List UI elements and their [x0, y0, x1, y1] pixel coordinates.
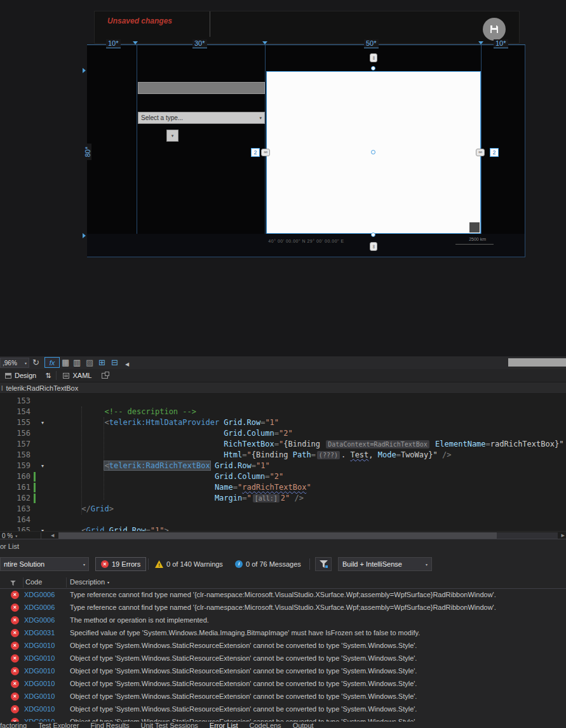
- error-row[interactable]: ×XDG0010Object of type 'System.Windows.S…: [0, 640, 566, 652]
- error-row[interactable]: ×XDG0031Specified value of type 'System.…: [0, 627, 566, 640]
- design-canvas[interactable]: Select a type... ▾ ▾ 2 2 ∞ ∞ ∞ ∞: [87, 45, 525, 257]
- artboard-background-icon[interactable]: ▨: [86, 357, 93, 368]
- gutter-line[interactable]: 157: [0, 439, 53, 450]
- code-line[interactable]: Margin="[all:]2" />: [54, 493, 563, 504]
- designed-textbox[interactable]: [138, 82, 265, 94]
- error-row[interactable]: ×XDG0010Object of type 'System.Windows.S…: [0, 703, 566, 716]
- column-separator[interactable]: [66, 577, 67, 588]
- grid-row-marker[interactable]: [83, 68, 86, 73]
- gutter-line[interactable]: 153: [0, 396, 53, 407]
- error-row[interactable]: ×XDG0010Object of type 'System.Windows.S…: [0, 691, 566, 703]
- editor-horizontal-scrollbar[interactable]: [58, 532, 558, 539]
- code-line[interactable]: </Grid>: [54, 504, 563, 515]
- grid-lines-icon[interactable]: ▥: [73, 357, 81, 368]
- grid-row-marker[interactable]: [83, 233, 86, 238]
- code-line[interactable]: RichTextBox="{Binding DataContext=RadRic…: [54, 439, 563, 450]
- panel-tab[interactable]: Find Results: [90, 722, 129, 728]
- designer-zoom-combo[interactable]: ,96% ▾: [0, 358, 29, 368]
- severity-column-icon[interactable]: [10, 579, 16, 587]
- panel-tab[interactable]: Test Explorer: [38, 722, 79, 728]
- panel-tab[interactable]: factoring: [0, 722, 27, 728]
- gutter-line[interactable]: 164: [0, 515, 53, 525]
- code-line[interactable]: [54, 396, 563, 407]
- gutter-line[interactable]: 155▾: [0, 417, 53, 428]
- gutter-line[interactable]: 159▾: [0, 461, 53, 471]
- gutter-line[interactable]: 160: [0, 471, 53, 482]
- code-line[interactable]: <telerik:RadRichTextBox Grid.Row="1": [54, 461, 563, 471]
- save-button[interactable]: [483, 18, 506, 41]
- fit-to-screen-icon[interactable]: ↻: [32, 357, 39, 368]
- margin-badge-right[interactable]: 2: [490, 148, 499, 157]
- scrollbar-thumb[interactable]: [58, 532, 497, 539]
- gutter-line[interactable]: 162: [0, 493, 53, 504]
- tab-design[interactable]: Design: [0, 369, 41, 382]
- column-separator[interactable]: [23, 577, 24, 588]
- snap-to-grid-icon[interactable]: ⊞: [98, 357, 105, 368]
- anchor-chain-bottom-icon[interactable]: ∞: [370, 242, 377, 251]
- grid-column-width-label[interactable]: 50*: [364, 39, 379, 48]
- gutter-line[interactable]: 154: [0, 407, 53, 417]
- grid-splitter-marker[interactable]: [478, 41, 483, 44]
- filter-button[interactable]: [315, 557, 332, 571]
- margin-badge-left[interactable]: 2: [251, 148, 260, 157]
- column-header-description[interactable]: Description ▾: [70, 578, 109, 586]
- selection-center-handle[interactable]: [371, 150, 375, 154]
- error-row[interactable]: ×XDG0010Object of type 'System.Windows.S…: [0, 665, 566, 678]
- grid-splitter-marker[interactable]: [262, 41, 267, 44]
- code-line[interactable]: <!-- description -->: [54, 407, 563, 417]
- gutter-line[interactable]: 161: [0, 482, 53, 493]
- swap-panes-icon[interactable]: ⇅: [41, 372, 55, 380]
- grid-column-width-label[interactable]: 10*: [494, 39, 508, 48]
- error-row[interactable]: ×XDG0006Type reference cannot find type …: [0, 602, 566, 614]
- show-grid-icon[interactable]: ▦: [62, 357, 69, 368]
- breadcrumb-element[interactable]: telerik:RadRichTextBox: [6, 384, 78, 392]
- gutter-line[interactable]: 165▾: [0, 525, 53, 531]
- selected-radrichtextbox[interactable]: [266, 71, 481, 234]
- code-line[interactable]: Grid.Column="2": [54, 428, 563, 439]
- code-line[interactable]: Name="radRichTextBox": [54, 482, 563, 493]
- error-row[interactable]: ×XDG0010Object of type 'System.Windows.S…: [0, 678, 566, 691]
- anchor-dot-top[interactable]: [371, 66, 375, 71]
- grid-column-width-label[interactable]: 30*: [192, 39, 207, 48]
- snap-guides-icon[interactable]: ⊟: [111, 357, 118, 368]
- code-line[interactable]: [54, 515, 563, 525]
- grid-column-width-label[interactable]: 10*: [106, 39, 121, 48]
- code-line[interactable]: Grid.Column="2": [54, 471, 563, 482]
- gutter-line[interactable]: 158: [0, 450, 53, 461]
- designed-combobox[interactable]: Select a type... ▾: [138, 112, 265, 124]
- code-line[interactable]: Html="{Binding Path=(???). Test, Mode=Tw…: [54, 450, 563, 461]
- code-line[interactable]: <telerik:HtmlDataProvider Grid.Row="1": [54, 417, 563, 428]
- gutter-line[interactable]: 163: [0, 504, 53, 515]
- grid-row-height-label[interactable]: 80*: [84, 144, 91, 160]
- scroll-right-icon[interactable]: ▶: [562, 533, 565, 538]
- build-intellisense-dropdown[interactable]: Build + IntelliSense ▾: [338, 557, 432, 571]
- scope-dropdown[interactable]: ntire Solution ▾: [0, 557, 89, 571]
- error-row[interactable]: ×XDG0006Type reference cannot find type …: [0, 589, 566, 602]
- anchor-dot-bottom[interactable]: [371, 233, 375, 237]
- warnings-filter-button[interactable]: ! 0 of 140 Warnings: [151, 557, 227, 571]
- anchor-chain-right-icon[interactable]: ∞: [476, 149, 485, 156]
- designer-horizontal-scrollbar[interactable]: [508, 358, 566, 367]
- messages-filter-button[interactable]: i 0 of 76 Messages: [231, 557, 305, 571]
- error-row[interactable]: ×XDG0010Object of type 'System.Windows.S…: [0, 652, 566, 665]
- code-line[interactable]: <Grid Grid.Row="1">: [54, 525, 563, 531]
- anchor-chain-left-icon[interactable]: ∞: [261, 149, 270, 156]
- panel-tab[interactable]: Error List: [210, 722, 238, 728]
- errors-filter-button[interactable]: × 19 Errors: [95, 557, 146, 571]
- error-row[interactable]: ×XDG0006The method or operation is not i…: [0, 614, 566, 627]
- xaml-code-editor[interactable]: 153154155▾156157158159▾16016116216316416…: [0, 394, 566, 531]
- tab-xaml[interactable]: XAML: [58, 369, 97, 382]
- panel-tab[interactable]: CodeLens: [249, 722, 281, 728]
- breadcrumb[interactable]: l telerik:RadRichTextBox: [0, 382, 566, 394]
- designed-dropdown-button[interactable]: ▾: [166, 130, 179, 142]
- scroll-left-icon[interactable]: ◀: [51, 533, 54, 538]
- panel-tab[interactable]: Output: [293, 722, 314, 728]
- popout-pane-icon[interactable]: [102, 373, 108, 379]
- gutter-line[interactable]: 156: [0, 428, 53, 439]
- grid-splitter-marker[interactable]: [133, 41, 138, 44]
- panel-tab[interactable]: Unit Test Sessions: [141, 722, 198, 728]
- effects-toggle-button[interactable]: fx: [44, 357, 60, 368]
- anchor-chain-top-icon[interactable]: ∞: [370, 53, 377, 62]
- resize-thumb[interactable]: [469, 222, 480, 233]
- column-header-code[interactable]: Code: [25, 578, 42, 586]
